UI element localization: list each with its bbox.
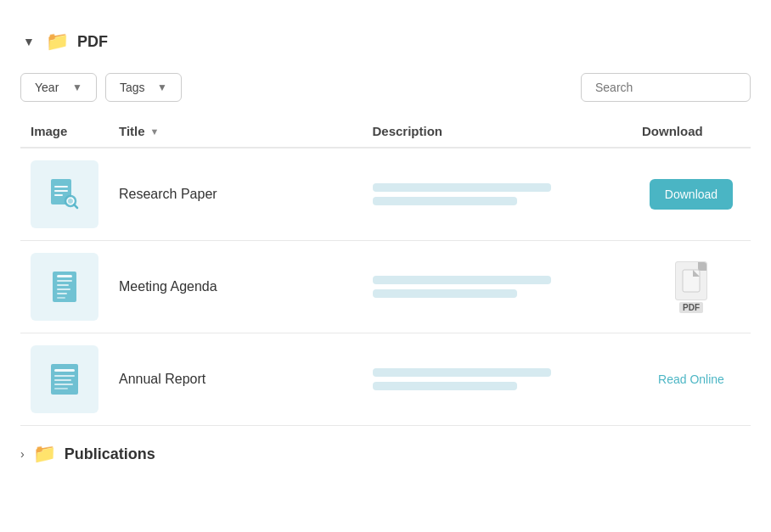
- title-sort-icon[interactable]: ▼: [150, 126, 160, 137]
- pdf-folder-icon: 📁: [46, 31, 69, 53]
- meeting-agenda-image: [31, 253, 98, 321]
- download-button[interactable]: Download: [650, 179, 733, 210]
- report-doc-icon: [46, 361, 83, 398]
- desc-line-2: [373, 382, 517, 390]
- col-description: Description: [363, 115, 633, 148]
- col-title: Title ▼: [109, 115, 295, 147]
- svg-rect-10: [57, 284, 69, 286]
- svg-rect-8: [57, 275, 72, 277]
- row-title-cell: Meeting Agenda: [109, 241, 363, 333]
- svg-rect-11: [57, 288, 70, 290]
- row-action-cell: PDF: [632, 241, 751, 333]
- pdf-folder-chevron[interactable]: ▼: [20, 33, 37, 50]
- annual-report-title: Annual Report: [119, 372, 205, 386]
- desc-line-1: [373, 276, 551, 284]
- desc-line-1: [373, 368, 551, 377]
- publications-folder-chevron[interactable]: ›: [20, 447, 25, 461]
- row-image-cell: [20, 148, 109, 241]
- svg-rect-18: [54, 375, 75, 377]
- tags-caret-icon: ▼: [157, 81, 167, 93]
- row-action-cell: Download: [632, 148, 751, 241]
- svg-rect-13: [57, 297, 65, 299]
- svg-rect-20: [54, 384, 73, 385]
- row-title-cell: Annual Report: [109, 333, 363, 426]
- row-image-cell: [20, 333, 109, 426]
- annual-report-image: [31, 345, 98, 413]
- svg-point-6: [68, 199, 73, 204]
- tags-dropdown[interactable]: Tags ▼: [105, 73, 182, 102]
- svg-line-5: [74, 204, 77, 208]
- pdf-label: PDF: [679, 302, 703, 313]
- row-title-cell: Research Paper: [109, 148, 363, 241]
- row-action-cell: Read Online: [632, 333, 751, 426]
- toolbar: Year ▼ Tags ▼: [20, 73, 751, 102]
- desc-line-2: [373, 289, 517, 298]
- research-paper-image: [31, 160, 98, 228]
- research-paper-title: Research Paper: [119, 187, 217, 201]
- svg-rect-1: [54, 186, 68, 188]
- desc-line-1: [373, 183, 551, 192]
- col-download: Download: [632, 115, 751, 148]
- year-label: Year: [35, 81, 59, 94]
- pdf-file-icon-wrapper[interactable]: PDF: [642, 261, 740, 313]
- table-row: Annual Report Read Online: [20, 333, 751, 426]
- pdf-file-icon: [675, 261, 707, 300]
- meeting-agenda-title: Meeting Agenda: [119, 279, 217, 294]
- svg-rect-19: [54, 379, 71, 381]
- publications-folder-header: › 📁 Publications: [20, 426, 751, 473]
- svg-rect-14: [683, 270, 700, 292]
- svg-rect-9: [57, 280, 72, 282]
- tags-label: Tags: [120, 81, 145, 94]
- row-desc-cell: [363, 333, 633, 426]
- year-caret-icon: ▼: [72, 81, 82, 93]
- row-image-cell: [20, 241, 109, 333]
- research-doc-icon: [46, 176, 83, 213]
- svg-rect-2: [54, 190, 68, 192]
- research-paper-desc: [373, 183, 622, 205]
- publications-folder-name: Publications: [65, 445, 155, 463]
- svg-rect-21: [54, 388, 68, 389]
- pdf-folder-name: PDF: [77, 33, 108, 51]
- desc-line-2: [373, 197, 517, 205]
- search-wrapper: [581, 73, 751, 102]
- pdf-folder-header: ▼ 📁 PDF: [20, 17, 751, 63]
- search-input[interactable]: [581, 73, 751, 102]
- table-header-row: Image Title ▼ Description Download: [20, 115, 751, 148]
- table-row: Research Paper Download: [20, 148, 751, 241]
- documents-table: Image Title ▼ Description Download: [20, 115, 751, 426]
- table-row: Meeting Agenda: [20, 241, 751, 333]
- publications-folder-icon: 📁: [33, 443, 56, 465]
- annual-report-desc: [373, 368, 622, 390]
- row-desc-cell: [363, 148, 633, 241]
- meeting-agenda-desc: [373, 276, 622, 298]
- pdf-doc-icon: [682, 269, 701, 293]
- svg-rect-3: [54, 194, 63, 196]
- read-online-link[interactable]: Read Online: [658, 372, 724, 386]
- svg-rect-12: [57, 293, 67, 294]
- row-desc-cell: [363, 241, 633, 333]
- year-dropdown[interactable]: Year ▼: [20, 73, 97, 102]
- agenda-doc-icon: [46, 268, 83, 305]
- col-image: Image: [20, 115, 109, 148]
- svg-rect-17: [54, 369, 75, 372]
